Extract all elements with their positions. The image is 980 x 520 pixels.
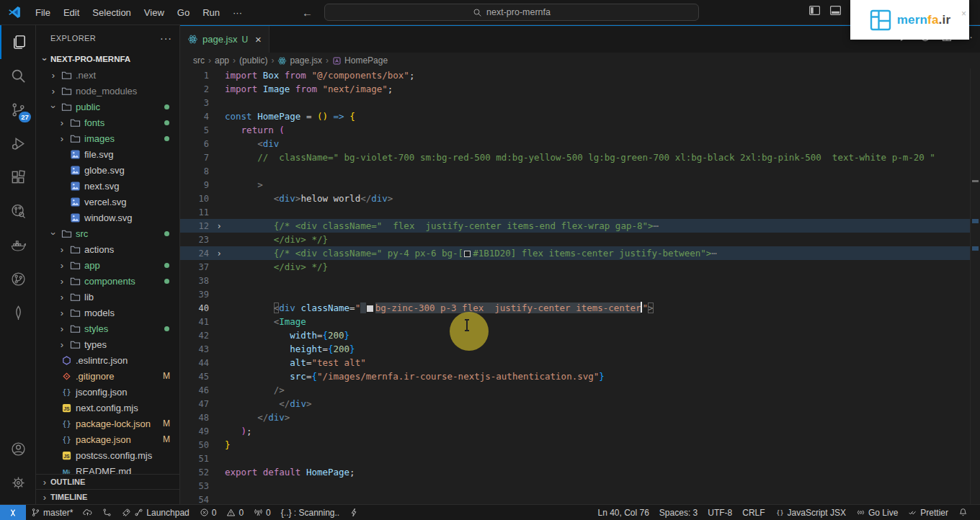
code-line-2[interactable]: 2import Image from "next/image"; — [180, 82, 970, 96]
toggle-sidebar-icon[interactable] — [808, 4, 821, 17]
menu-more-icon[interactable]: ··· — [226, 4, 249, 21]
status-git-branch[interactable]: master* — [26, 505, 78, 520]
outline-section[interactable]: ›OUTLINE — [36, 474, 179, 489]
code-line-42[interactable]: 42 width={200} — [180, 328, 970, 342]
code-line-39[interactable]: 39 — [180, 287, 970, 301]
file-package-json[interactable]: {}package.jsonM — [36, 431, 179, 447]
activity-explorer-icon[interactable] — [0, 25, 36, 59]
nav-back-icon[interactable]: ← — [302, 6, 313, 19]
code-line-1[interactable]: 1import Box from "@/components/box"; — [180, 68, 970, 82]
folder-components[interactable]: ›components — [36, 273, 179, 289]
code-line-23[interactable]: 23 </div> */} — [180, 233, 970, 246]
activity-run-debug-icon[interactable] — [0, 127, 36, 161]
status-sync-changes[interactable] — [78, 505, 97, 520]
activity-remote-graph-icon[interactable] — [0, 194, 36, 228]
editor-scrollbar[interactable] — [970, 68, 980, 504]
folder-fonts[interactable]: ›fonts — [36, 115, 179, 130]
fold-chevron-icon[interactable]: › — [213, 221, 225, 231]
status-encoding[interactable]: UTF-8 — [703, 505, 737, 520]
activity-docker-icon[interactable] — [0, 228, 36, 262]
code-line-47[interactable]: 47 </div> — [180, 397, 970, 411]
code-line-11[interactable]: 11 — [180, 205, 970, 219]
code-line-48[interactable]: 48 </div> — [180, 411, 970, 424]
code-line-43[interactable]: 43 height={200} — [180, 342, 970, 356]
breadcrumb-app[interactable]: app — [215, 55, 229, 66]
folder-actions[interactable]: ›actions — [36, 241, 179, 257]
code-area[interactable]: 1import Box from "@/components/box";2imp… — [180, 68, 970, 504]
remote-indicator[interactable] — [0, 505, 26, 520]
status-go-live[interactable]: Go Live — [851, 505, 903, 520]
menu-view[interactable]: View — [138, 4, 171, 21]
code-line-49[interactable]: 49 ); — [180, 424, 970, 438]
file-window-svg[interactable]: window.svg — [36, 210, 179, 225]
code-line-6[interactable]: 6 <div — [180, 137, 970, 151]
status-eol[interactable]: CRLF — [737, 505, 770, 520]
fold-chevron-icon[interactable]: › — [213, 248, 225, 259]
file--eslintrc-json[interactable]: .eslintrc.json — [36, 352, 179, 368]
tab-close-icon[interactable]: × — [255, 33, 262, 45]
status-scanning[interactable]: {..} : Scanning.. — [276, 505, 344, 520]
status-power[interactable] — [344, 505, 364, 520]
tab-page-jsx[interactable]: page.jsx U × — [180, 26, 270, 53]
activity-mongodb-icon[interactable] — [0, 296, 36, 330]
file-next-svg[interactable]: next.svg — [36, 178, 179, 194]
code-line-38[interactable]: 38 — [180, 274, 970, 287]
code-line-7[interactable]: 7 // className=" bg-violet-700 sm:bg-red… — [180, 151, 970, 164]
status-ports[interactable]: 0 — [249, 505, 276, 520]
code-line-51[interactable]: 51 — [180, 452, 970, 465]
file-package-lock-json[interactable]: {}package-lock.jsonM — [36, 416, 179, 431]
breadcrumb-homepage[interactable]: HomePage — [332, 55, 388, 66]
code-line-12[interactable]: 12› {/* <div className=" flex justify-ce… — [180, 219, 970, 233]
code-line-46[interactable]: 46 /> — [180, 383, 970, 397]
code-line-10[interactable]: 10 <div>helow world</div> — [180, 192, 970, 205]
status-indentation[interactable]: Spaces: 3 — [654, 505, 703, 520]
folder-images[interactable]: ›images — [36, 130, 179, 146]
code-line-8[interactable]: 8 — [180, 164, 970, 178]
file-jsconfig-json[interactable]: {}jsconfig.json — [36, 384, 179, 400]
code-line-37[interactable]: 37 </div> */} — [180, 260, 970, 274]
status-prettier[interactable]: Prettier — [903, 505, 953, 520]
activity-extensions-icon[interactable] — [0, 161, 36, 194]
status-launchpad[interactable]: Launchpad — [117, 505, 194, 520]
project-root-folder[interactable]: › NEXT-PRO-MERNFA — [36, 51, 179, 67]
code-line-4[interactable]: 4const HomePage = () => { — [180, 109, 970, 123]
code-line-53[interactable]: 53 — [180, 479, 970, 493]
activity-settings-icon[interactable] — [0, 466, 36, 500]
menu-run[interactable]: Run — [196, 4, 226, 21]
code-line-5[interactable]: 5 return ( — [180, 123, 970, 137]
status-cursor-position[interactable]: Ln 40, Col 76 — [592, 505, 654, 520]
status-git-graph[interactable] — [97, 505, 117, 520]
code-line-54[interactable]: 54 — [180, 493, 970, 504]
code-line-50[interactable]: 50} — [180, 438, 970, 452]
file-postcss-config-mjs[interactable]: JSpostcss.config.mjs — [36, 447, 179, 463]
code-line-44[interactable]: 44 alt="test alt" — [180, 356, 970, 369]
breadcrumb--public-[interactable]: (public) — [239, 55, 267, 66]
menu-selection[interactable]: Selection — [86, 4, 137, 21]
code-line-9[interactable]: 9 > — [180, 178, 970, 192]
code-line-52[interactable]: 52export default HomePage; — [180, 465, 970, 479]
code-line-45[interactable]: 45 src={"/images/mernfa.ir-course-nextjs… — [180, 369, 970, 383]
folder-app[interactable]: ›app — [36, 257, 179, 273]
status-notifications[interactable] — [953, 505, 973, 520]
explorer-more-icon[interactable]: ··· — [160, 32, 172, 44]
activity-search-icon[interactable] — [0, 59, 36, 93]
file--gitignore[interactable]: .gitignoreM — [36, 368, 179, 384]
timeline-section[interactable]: ›TIMELINE — [36, 489, 179, 504]
code-line-40[interactable]: 40 <div className=" bg-zinc-300 p-3 flex… — [180, 301, 970, 315]
breadcrumb-src[interactable]: src — [193, 55, 205, 66]
status-language-mode[interactable]: {}JavaScript JSX — [770, 505, 851, 520]
code-line-24[interactable]: 24› {/* <div className=" py-4 px-6 bg-[#… — [180, 246, 970, 260]
folder-src[interactable]: ›src — [36, 225, 179, 241]
file-file-svg[interactable]: file.svg — [36, 146, 179, 162]
menu-go[interactable]: Go — [171, 4, 196, 21]
folder-types[interactable]: ›types — [36, 336, 179, 352]
code-line-3[interactable]: 3 — [180, 96, 970, 109]
folder--next[interactable]: ›.next — [36, 67, 179, 83]
file-vercel-svg[interactable]: vercel.svg — [36, 194, 179, 210]
folder-node-modules[interactable]: ›node_modules — [36, 83, 179, 99]
file-next-config-mjs[interactable]: JSnext.config.mjs — [36, 400, 179, 416]
folder-models[interactable]: ›models — [36, 305, 179, 320]
code-line-41[interactable]: 41 <Image — [180, 315, 970, 328]
folder-lib[interactable]: ›lib — [36, 289, 179, 305]
toggle-panel-icon[interactable] — [829, 4, 842, 17]
